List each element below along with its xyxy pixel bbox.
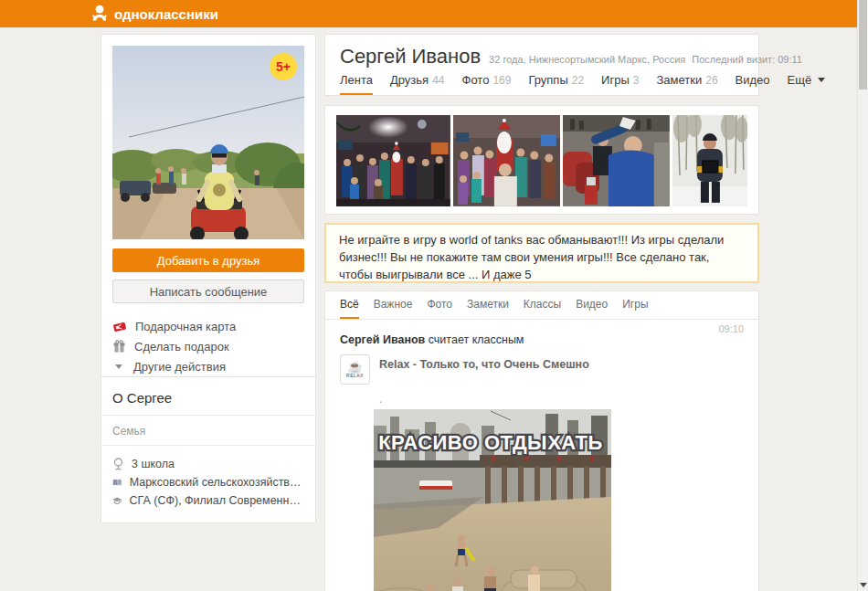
tab-groups[interactable]: Группы22 [528, 67, 584, 95]
coffee-cup-icon: ☕ [347, 361, 362, 373]
strip-photo-3[interactable] [563, 115, 670, 206]
brand-logo[interactable]: одноклассники [90, 0, 218, 27]
feed-tab-important[interactable]: Важное [374, 291, 413, 319]
feed-tab-all[interactable]: Всё [340, 291, 359, 319]
profile-header-card: Сергей Иванов32 года, Нижнесортымский Ма… [324, 34, 759, 96]
other-actions-label: Другие действия [133, 360, 226, 374]
post-image-picture: КРАСИВО ОТДЫХАТЬ [374, 409, 611, 591]
family-section-label: Семья [101, 416, 315, 445]
post-author-line: Сергей Иванов считает классным [340, 333, 744, 346]
feed-tab-notes[interactable]: Заметки [467, 291, 509, 319]
feed-tab-video[interactable]: Видео [576, 291, 608, 319]
college-icon [112, 477, 122, 489]
other-actions-link[interactable]: Другие действия [112, 356, 304, 376]
strip-photo-4[interactable] [672, 115, 747, 206]
about-card: О Сергее Семья 3 школа Марксовский сельс… [101, 376, 316, 523]
status-text: Не играйте в игру в world of tanks вас о… [339, 231, 745, 283]
school-icon [112, 458, 124, 470]
profile-photo-card: 5+ Добавить в друзья Написать сообщение … [101, 34, 316, 388]
feed-card: Всё Важное Фото Заметки Классы Видео Игр… [324, 290, 759, 591]
tab-friends[interactable]: Друзья44 [390, 67, 445, 95]
feed-tab-games[interactable]: Игры [622, 291, 648, 319]
page-title: Сергей Иванов [340, 45, 481, 68]
gift-card-label: Подарочная карта [135, 320, 236, 333]
post-image[interactable]: КРАСИВО ОТДЫХАТЬ [374, 409, 611, 591]
caret-down-icon [818, 78, 825, 82]
about-items: 3 школа Марксовский сельскохозяйственный… [101, 446, 315, 510]
ok-person-icon [90, 5, 109, 23]
add-friend-button[interactable]: Добавить в друзья [112, 248, 304, 272]
tab-feed[interactable]: Лента [340, 67, 373, 95]
gift-card-icon [112, 320, 127, 333]
send-message-button[interactable]: Написать сообщение [112, 280, 304, 303]
post-author[interactable]: Сергей Иванов [340, 333, 425, 346]
odnoklassniki-profile-page: одноклассники [0, 0, 868, 591]
top-bar: одноклассники [0, 0, 857, 27]
profile-header: Сергей Иванов32 года, Нижнесортымский Ма… [325, 35, 758, 69]
caret-down-icon [115, 364, 122, 369]
make-gift-link[interactable]: Сделать подарок [112, 336, 304, 356]
feed-tabs: Всё Важное Фото Заметки Классы Видео Игр… [325, 291, 758, 320]
group-title[interactable]: Relax - Только то, что Очень Смешно [379, 358, 589, 371]
education-item-university[interactable]: СГА (СФ), Филиал Современной гуманита... [112, 491, 304, 510]
page-scrollbar[interactable] [857, 0, 868, 591]
about-title: О Сергее [101, 388, 315, 415]
post-image-caption: КРАСИВО ОТДЫХАТЬ [378, 431, 603, 454]
strip-photo-1[interactable] [336, 115, 450, 206]
school-label: 3 школа [132, 458, 175, 470]
last-visit: Последний визит: 09:11 [692, 54, 802, 65]
feed-post: 09:10 Сергей Иванов считает классным ☕ R… [325, 320, 758, 591]
tab-photos[interactable]: Фото169 [462, 67, 512, 95]
post-action: считает классным [429, 333, 524, 346]
tab-video[interactable]: Видео [736, 67, 770, 95]
scrollbar-thumb[interactable] [859, 0, 867, 90]
college-label: Марксовский сельскохозяйственный техн... [130, 476, 304, 489]
feed-tab-photos[interactable]: Фото [427, 291, 452, 319]
profile-tabs: Лента Друзья44 Фото169 Группы22 Игры3 За… [340, 67, 758, 95]
feed-tab-classes[interactable]: Классы [524, 291, 561, 319]
photo-count-badge[interactable]: 5+ [270, 53, 297, 80]
status-box: Не играйте в игру в world of tanks вас о… [324, 223, 759, 283]
profile-meta: 32 года, Нижнесортымский Маркс, Россия [489, 54, 685, 65]
brand-name: одноклассники [114, 6, 218, 22]
education-item-college[interactable]: Марксовский сельскохозяйственный техн... [112, 473, 304, 491]
make-gift-label: Сделать подарок [134, 340, 229, 354]
university-icon [112, 495, 122, 507]
tab-games[interactable]: Игры3 [601, 67, 639, 95]
group-row: ☕ RELAX Relax - Только то, что Очень Сме… [340, 354, 744, 385]
sidebar-actions: Подарочная карта Сделать подарок Другие … [112, 316, 304, 376]
post-timestamp: 09:10 [718, 323, 744, 334]
strip-photo-2[interactable] [453, 115, 561, 206]
gift-card-link[interactable]: Подарочная карта [112, 316, 304, 336]
group-avatar-text: RELAX [346, 373, 364, 378]
gift-icon [112, 340, 126, 354]
tab-more[interactable]: Ещё [788, 67, 828, 95]
education-item-school[interactable]: 3 школа [112, 455, 304, 473]
photo-strip-card [324, 105, 759, 215]
group-avatar[interactable]: ☕ RELAX [340, 354, 370, 385]
profile-photo[interactable]: 5+ [112, 46, 304, 239]
post-text: . [379, 393, 744, 406]
university-label: СГА (СФ), Филиал Современной гуманита... [130, 494, 305, 507]
scroll-down-arrow-icon[interactable] [860, 583, 867, 587]
tab-notes[interactable]: Заметки26 [656, 67, 717, 95]
